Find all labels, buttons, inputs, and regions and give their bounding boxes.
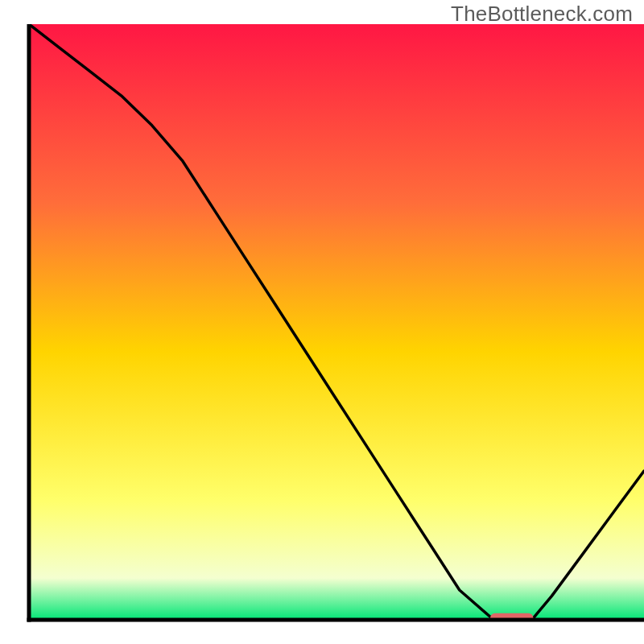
- gradient-background: [29, 24, 644, 620]
- chart-root: { "watermark": "TheBottleneck.com", "col…: [0, 0, 644, 644]
- chart-svg: [0, 0, 644, 644]
- watermark-text: TheBottleneck.com: [451, 2, 633, 27]
